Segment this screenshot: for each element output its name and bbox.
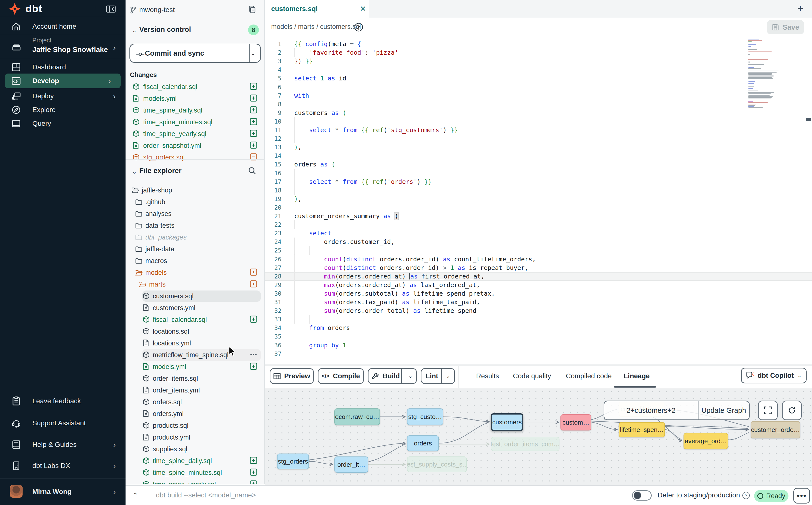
commit-options-chevron-icon[interactable]: ⌄ [250,49,256,57]
change-item-models-yml[interactable]: models.yml [126,93,265,105]
code-line-4[interactable]: 4 [265,65,812,74]
lineage-node-order_items[interactable]: order_it… [334,457,368,473]
collapse-sidebar-icon[interactable] [106,5,116,15]
code-line-27[interactable]: 27 count(distinct orders.order_id) > 1 a… [265,264,812,272]
lineage-node-average_order[interactable]: average_ord… [683,433,728,449]
tree-item-customers-yml[interactable]: customers.yml [126,302,265,314]
code-line-28[interactable]: 28 min(orders.ordered_at) as first_order… [265,272,812,281]
change-item-time-spine-minutes-sql[interactable]: time_spine_minutes.sql [126,116,265,128]
stage-file-icon[interactable] [250,94,258,103]
minimap[interactable] [748,39,805,109]
sidebar-item-help-guides[interactable]: Help & Guides› [0,437,126,452]
fullscreen-button[interactable] [758,400,778,420]
code-line-3[interactable]: 3}) }} [265,57,812,65]
update-graph-button[interactable]: Update Graph [698,401,749,419]
close-tab-icon[interactable]: ✕ [360,4,366,13]
code-line-22[interactable]: 22 [265,220,812,229]
tree-item-time-spine-daily-sql[interactable]: time_spine_daily.sql [126,455,265,467]
lineage-node-lifetime_spend[interactable]: lifetime_spen… [619,422,665,437]
tree-item-orders-yml[interactable]: orders.yml [126,408,265,420]
tree-item-data-tests[interactable]: data-tests [126,220,265,231]
code-line-34[interactable]: 34 from orders [265,324,812,332]
code-line-33[interactable]: 33 [265,315,812,324]
change-item-fiscal-calendar-sql[interactable]: fiscal_calendar.sql [126,81,265,93]
avatar[interactable] [10,485,23,498]
lint-options-chevron-icon[interactable]: ⌄ [446,373,450,379]
code-line-6[interactable]: 6 [265,83,812,92]
new-tab-icon[interactable]: + [798,3,803,14]
tree-item-dbt-packages[interactable]: dbt_packages [126,231,265,243]
tree-item-supplies-sql[interactable]: supplies.sql [126,443,265,455]
command-input[interactable]: dbt build --select <model_name> [156,491,256,499]
code-line-1[interactable]: 1{{ config(meta = { [265,40,812,48]
lint-button[interactable]: Lint ⌄ [421,368,455,384]
code-line-17[interactable]: 17 select * from {{ ref('orders') }} [265,177,812,186]
tree-item-time-spine-yearly-sql[interactable]: time_spine_yearly.sql [126,479,265,484]
tree-item-action-icon[interactable] [250,351,258,359]
sidebar-item-support-assistant[interactable]: Support Assistant [0,416,126,431]
code-line-10[interactable]: 10 [265,117,812,126]
code-line-2[interactable]: 2 'favorite_food': 'pizza' [265,48,812,57]
lineage-node-stg_customers[interactable]: stg_custo… [407,408,443,425]
tree-item-jaffle-data[interactable]: jaffle-data [126,243,265,255]
code-line-20[interactable]: 20 [265,203,812,212]
editor-scrollbar-thumb[interactable] [806,118,811,121]
lineage-search-box[interactable]: 2+customers+2 Update Graph [604,400,750,420]
sidebar-item-deploy[interactable]: Deploy› [0,89,126,104]
code-line-9[interactable]: 9customers as ( [265,109,812,117]
tree-item-marts[interactable]: marts [126,279,265,290]
save-button[interactable]: Save [767,20,804,34]
tree-item-github[interactable]: .github [126,196,265,208]
build-options-chevron-icon[interactable]: ⌄ [408,373,413,379]
preview-button[interactable]: Preview [270,368,314,384]
defer-help-icon[interactable]: ? [743,492,750,499]
code-line-37[interactable]: 37 [265,350,812,358]
copy-branch-icon[interactable] [248,5,256,15]
tree-item-models-yml[interactable]: models.yml [126,361,265,373]
lineage-node-customers[interactable]: customers [491,413,523,431]
stage-file-icon[interactable] [250,82,258,91]
code-line-14[interactable]: 14 [265,152,812,160]
code-line-19[interactable]: 19), [265,195,812,203]
stage-file-icon[interactable] [250,106,258,114]
sidebar-item-dbt-labs-dx[interactable]: dbt Labs DX› [0,459,126,473]
code-line-35[interactable]: 35 [265,332,812,341]
defer-toggle[interactable] [632,490,652,501]
change-item-time-spine-daily-sql[interactable]: time_spine_daily.sql [126,105,265,116]
change-item-time-spine-yearly-sql[interactable]: time_spine_yearly.sql [126,128,265,140]
build-button[interactable]: Build ⌄ [368,368,417,384]
code-line-29[interactable]: 29 max(orders.ordered_at) as last_ordere… [265,281,812,289]
tree-item-fiscal-calendar-sql[interactable]: fiscal_calendar.sql [126,314,265,326]
tree-item-order-items-sql[interactable]: order_items.sql [126,373,265,384]
file-explorer-collapse-icon[interactable]: ⌄ [132,168,137,175]
change-item-stg-orders-sql[interactable]: stg_orders.sql [126,152,265,163]
code-line-12[interactable]: 12 [265,134,812,143]
sidebar-item-dashboard[interactable]: Dashboard [0,60,126,74]
compile-button[interactable]: </> Compile [318,368,364,384]
code-line-26[interactable]: 26 count(distinct orders.order_id) as co… [265,255,812,264]
panel-tab-lineage[interactable]: Lineage [624,372,650,380]
lineage-node-customer_orders[interactable]: customer_orde… [751,421,800,438]
stage-file-icon[interactable] [250,153,258,161]
tree-item-jaffle-shop[interactable]: jaffle-shop [126,184,265,196]
tree-item-order-items-yml[interactable]: order_items.yml [126,384,265,396]
tree-item-locations-yml[interactable]: locations.yml [126,337,265,349]
sidebar-item-explore[interactable]: Explore [0,103,126,117]
tree-item-action-icon[interactable] [250,280,258,288]
code-line-11[interactable]: 11 select * from {{ ref('stg_customers')… [265,126,812,134]
stage-file-icon[interactable] [250,130,258,138]
tree-item-action-icon[interactable] [250,268,258,277]
tree-item-products-yml[interactable]: products.yml [126,432,265,443]
lineage-node-customer_segments[interactable]: custom… [560,414,591,431]
lineage-compass-icon[interactable] [354,23,363,34]
copilot-chevron-icon[interactable]: ⌄ [797,372,802,379]
commit-and-sync-button[interactable]: Commit and sync ⌄ [130,44,261,63]
lineage-node-orders[interactable]: orders [407,436,439,451]
code-line-13[interactable]: 13), [265,143,812,152]
stage-file-icon[interactable] [250,141,258,150]
tab-customers-sql[interactable]: customers.sql ✕ [265,0,369,18]
code-line-16[interactable]: 16 [265,169,812,177]
sidebar-item-leave-feedback[interactable]: Leave feedback [0,394,126,408]
tree-item-action-icon[interactable] [250,480,258,484]
code-line-5[interactable]: 5select 1 as id [265,74,812,82]
